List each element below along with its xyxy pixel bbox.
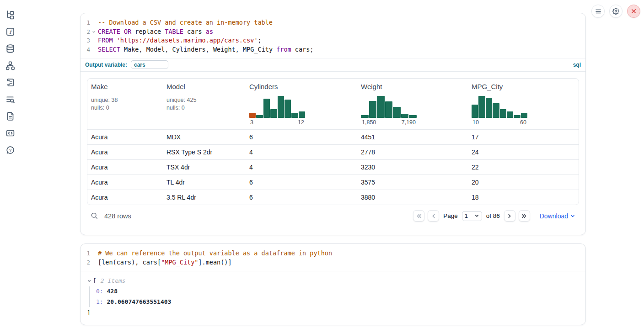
code-text: [len(cars), cars["MPG_City"].mean()]	[98, 258, 232, 267]
sql-code-editor[interactable]: 1-- Download a CSV and create an in-memo…	[80, 13, 585, 58]
table-row: AcuraTSX 4dr4323022	[87, 159, 579, 174]
first-page-button[interactable]	[413, 210, 424, 222]
column-header-make[interactable]: Makeunique: 38nulls: 0	[87, 79, 163, 129]
page-total: of 86	[486, 212, 500, 219]
shutdown-button[interactable]	[627, 5, 640, 18]
settings-button[interactable]	[609, 5, 623, 18]
sidebar-item-variables[interactable]: f	[5, 27, 15, 37]
entry-index: 0:	[96, 288, 107, 295]
search-icon[interactable]	[91, 212, 98, 220]
chevron-down-icon	[474, 213, 479, 218]
code-text: # We can reference the output variable a…	[98, 249, 332, 258]
page-select[interactable]: 1	[462, 211, 482, 221]
histogram-bar	[393, 107, 401, 118]
column-stats: unique: 38nulls: 0	[91, 96, 159, 111]
table-cell: RSX Type S 2dr	[163, 148, 246, 156]
table-cell: 6	[246, 179, 357, 186]
code-text: FROM 'https://datasets.marimo.app/cars.c…	[98, 36, 262, 45]
column-header-weight[interactable]: Weight1,8507,190	[357, 79, 468, 129]
histogram-axis: 1,8507,190	[361, 119, 417, 126]
code-line: 4SELECT Make, Model, Cylinders, Weight, …	[80, 45, 585, 54]
svg-text:f: f	[9, 29, 13, 35]
sidebar-item-help[interactable]: ?	[5, 145, 15, 155]
table-cell: Acura	[87, 133, 163, 141]
histogram-bars	[472, 95, 527, 118]
table-cell: 3230	[357, 164, 468, 171]
axis-min: 3	[250, 119, 253, 126]
histogram-bar	[507, 111, 513, 118]
table-cell: 4	[246, 164, 357, 171]
next-page-button[interactable]	[504, 210, 515, 222]
code-token	[120, 28, 124, 35]
download-button[interactable]: Download	[540, 212, 575, 220]
table-cell: Acura	[87, 148, 163, 156]
chevron-down-icon[interactable]	[87, 279, 91, 283]
prev-page-button[interactable]	[428, 210, 439, 222]
scroll-icon	[5, 78, 15, 87]
sidebar-item-dependencies[interactable]	[5, 61, 15, 70]
code-line: 1-- Download a CSV and create an in-memo…	[80, 18, 585, 27]
pagination: Page 1 of 86 Download	[413, 210, 575, 222]
sidebar-item-outline[interactable]	[5, 78, 15, 87]
sidebar-item-file-explorer[interactable]	[5, 10, 15, 20]
code-token: SELECT	[98, 46, 120, 53]
code-text: SELECT Make, Model, Cylinders, Weight, M…	[98, 45, 313, 54]
null-count: nulls: 0	[166, 104, 242, 112]
histogram-bar	[401, 114, 409, 118]
line-number: 2	[80, 27, 98, 37]
histogram-bar	[256, 115, 263, 118]
null-count: nulls: 0	[91, 104, 159, 112]
table-cell: 6	[246, 194, 357, 201]
column-header-model[interactable]: Modelunique: 425nulls: 0	[163, 79, 246, 129]
column-header-cylinders[interactable]: Cylinders312	[246, 79, 357, 129]
python-cell: 1# We can reference the output variable …	[80, 243, 586, 325]
code-text: CREATE OR replace TABLE cars as	[98, 27, 213, 37]
notebook-menu-button[interactable]	[591, 5, 605, 18]
items-count: 2 Items	[101, 277, 126, 284]
code-token: # We can reference the output variable a…	[98, 249, 332, 257]
line-number: 1	[80, 249, 98, 258]
close-bracket: ]	[87, 308, 579, 317]
code-line: 2CREATE OR replace TABLE cars as	[80, 27, 585, 37]
histogram-bar	[278, 96, 284, 118]
code-token	[113, 37, 117, 44]
last-page-button[interactable]	[519, 210, 530, 222]
code-token: from	[276, 46, 291, 53]
table-cell: Acura	[87, 164, 163, 171]
gear-icon	[612, 8, 619, 15]
histogram-bar	[472, 105, 478, 118]
sidebar-item-snippets[interactable]	[5, 128, 15, 138]
page-label: Page	[443, 212, 458, 219]
close-icon	[631, 8, 637, 14]
line-number: 4	[80, 45, 98, 54]
chevron-down-icon	[570, 213, 575, 219]
fold-chevron-icon[interactable]	[92, 30, 96, 34]
sidebar-item-logs[interactable]	[5, 95, 15, 104]
histogram-bars	[361, 95, 417, 118]
table-cell: 4451	[357, 133, 468, 141]
sidebar-item-datasources[interactable]	[5, 44, 15, 53]
histogram-bar	[409, 115, 417, 118]
table-cell: 4	[246, 148, 357, 156]
code-token: as	[206, 28, 213, 35]
sidebar-item-documentation[interactable]	[5, 111, 15, 121]
unique-count: unique: 38	[91, 96, 159, 104]
table-cell: 6	[246, 133, 357, 141]
column-name: Weight	[361, 83, 464, 90]
histogram-bar	[299, 111, 305, 118]
code-token: ].mean()]	[198, 259, 231, 266]
histogram-bars	[249, 95, 305, 118]
entry-value: 20.060747663551403	[107, 298, 171, 305]
table-footer: 428 rows Page 1 of 86	[87, 205, 579, 222]
output-variable-input[interactable]	[131, 60, 168, 69]
histogram-bar	[361, 115, 369, 118]
open-bracket: [	[93, 277, 97, 284]
code-token: "MPG_City"	[161, 259, 198, 266]
chevrons-left-icon	[416, 213, 422, 219]
column-header-mpg_city[interactable]: MPG_City1060	[468, 79, 579, 129]
histogram-bar	[369, 101, 377, 118]
line-number: 1	[80, 18, 98, 27]
language-badge[interactable]: sql	[573, 62, 581, 68]
python-code-editor[interactable]: 1# We can reference the output variable …	[80, 244, 585, 271]
help-bubble-icon: ?	[5, 145, 15, 155]
